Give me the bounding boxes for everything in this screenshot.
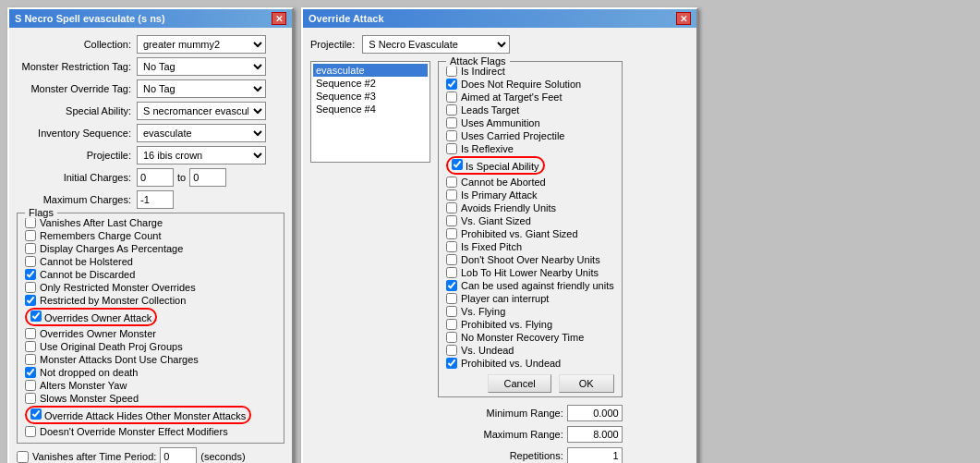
cb-vs-flying[interactable] <box>446 306 457 317</box>
cb-remembers-charge-count[interactable] <box>25 230 36 241</box>
cb-lob-to-hit-lower[interactable] <box>446 267 457 278</box>
cb-can-be-used-friendly[interactable] <box>446 280 457 291</box>
cb-cannot-be-aborted[interactable] <box>446 177 457 188</box>
cb-overrides-owner-monster[interactable] <box>25 328 36 339</box>
seq-item-evasculate[interactable]: evasculate <box>313 64 428 77</box>
cb-no-monster-recovery-time[interactable] <box>446 332 457 343</box>
cb-vanishes-after-last-charge[interactable] <box>25 217 36 228</box>
cb-display-charges-percentage[interactable] <box>25 243 36 254</box>
cb-slows-monster-speed[interactable] <box>25 393 36 404</box>
flag-use-original-death: Use Original Death Proj Groups <box>25 341 276 352</box>
flag-remembers-charge-count: Remembers Charge Count <box>25 230 276 241</box>
flag-cannot-be-holstered: Cannot be Holstered <box>25 256 276 267</box>
maximum-charges-row: Maximum Charges: <box>17 190 284 209</box>
numeric-fields: Minimum Range: Maximum Range: Repetition… <box>310 405 623 463</box>
inventory-sequence-row: Inventory Sequence: evasculate <box>17 124 284 142</box>
cb-only-restricted-monster[interactable] <box>25 282 36 293</box>
cb-cannot-be-holstered[interactable] <box>25 256 36 267</box>
flag-only-restricted-monster: Only Restricted Monster Overrides <box>25 282 276 293</box>
cb-aimed-at-targets-feet[interactable] <box>446 91 457 103</box>
repetitions-input[interactable] <box>567 447 623 463</box>
initial-charges-to[interactable] <box>189 168 226 187</box>
max-range-input[interactable] <box>567 426 623 443</box>
special-ability-select[interactable]: S necromancer evascula <box>137 102 266 120</box>
right-cancel-button[interactable]: Cancel <box>488 374 550 393</box>
min-range-row: Minimum Range: <box>310 405 623 421</box>
monster-override-row: Monster Override Tag: No Tag <box>17 79 284 98</box>
circle-overrides-owner-attack: Overrides Owner Attack <box>25 308 157 326</box>
maximum-charges-input[interactable] <box>137 190 174 209</box>
collection-select[interactable]: greater mummy2 <box>137 35 266 54</box>
initial-charges-row: Initial Charges: to <box>17 168 284 187</box>
left-close-button[interactable]: ✕ <box>272 12 286 25</box>
monster-override-label: Monster Override Tag: <box>17 83 137 94</box>
cb-vs-giant-sized[interactable] <box>446 215 457 226</box>
inventory-sequence-select[interactable]: evasculate <box>137 124 266 142</box>
cb-is-reflexive[interactable] <box>446 143 457 154</box>
lbl-vs-undead: Vs. Undead <box>461 345 514 356</box>
repetitions-label: Repetitions: <box>310 450 563 461</box>
af-vs-giant-sized: Vs. Giant Sized <box>446 215 614 226</box>
initial-charges-from[interactable] <box>137 168 174 187</box>
min-range-input[interactable] <box>567 405 623 421</box>
cb-restricted-by-monster-collection[interactable] <box>25 295 36 306</box>
cb-prohibited-vs-undead[interactable] <box>446 358 457 369</box>
flag-vanishes-after-last-charge: Vanishes After Last Charge <box>25 217 276 228</box>
cb-dont-shoot-over[interactable] <box>446 254 457 265</box>
cb-leads-target[interactable] <box>446 104 457 116</box>
projectile-select[interactable]: 16 ibis crown <box>137 146 266 164</box>
cb-vanishes-time-period[interactable] <box>17 451 29 463</box>
cb-is-special-ability[interactable] <box>452 159 463 170</box>
cb-is-indirect[interactable] <box>446 66 457 77</box>
af-prohibited-vs-undead: Prohibited vs. Undead <box>446 358 614 369</box>
cb-overrides-owner-attack[interactable] <box>30 311 42 322</box>
lbl-only-restricted-monster: Only Restricted Monster Overrides <box>40 282 196 293</box>
cb-uses-ammunition[interactable] <box>446 117 457 128</box>
vanishes-input[interactable] <box>160 447 197 463</box>
cb-alters-monster-yaw[interactable] <box>25 380 36 391</box>
monster-restriction-select[interactable]: No Tag <box>137 57 266 76</box>
seconds-label: (seconds) <box>200 451 245 462</box>
cb-use-original-death[interactable] <box>25 341 36 352</box>
seq-item-4[interactable]: Sequence #4 <box>313 103 428 116</box>
cb-avoids-friendly-units[interactable] <box>446 202 457 213</box>
right-main-content: evasculate Sequence #2 Sequence #3 Seque… <box>310 61 689 463</box>
cb-prohibited-vs-giant-sized[interactable] <box>446 228 457 239</box>
cb-player-can-interrupt[interactable] <box>446 293 457 304</box>
seq-item-3[interactable]: Sequence #3 <box>313 90 428 103</box>
monster-restriction-label: Monster Restriction Tag: <box>17 61 137 72</box>
cb-doesnt-override-monster[interactable] <box>25 426 36 437</box>
attack-flags-legend: Attack Flags <box>446 55 510 67</box>
flag-not-dropped-on-death: Not dropped on death <box>25 367 276 378</box>
cb-does-not-require-solution[interactable] <box>446 79 457 90</box>
monster-restriction-row: Monster Restriction Tag: No Tag <box>17 57 284 76</box>
lbl-doesnt-override-monster: Doesn't Override Monster Effect Modifier… <box>40 426 228 437</box>
cb-monster-attacks-dont[interactable] <box>25 354 36 365</box>
af-uses-ammunition: Uses Ammunition <box>446 117 614 128</box>
right-close-button[interactable]: ✕ <box>676 12 691 25</box>
seq-item-2[interactable]: Sequence #2 <box>313 77 428 90</box>
lbl-vs-flying: Vs. Flying <box>461 306 505 317</box>
right-ok-button[interactable]: OK <box>559 374 614 393</box>
cb-uses-carried-projectile[interactable] <box>446 130 457 141</box>
lbl-restricted-by-monster-collection: Restricted by Monster Collection <box>40 295 186 306</box>
circle-is-special-ability: Is Special Ability <box>446 156 545 175</box>
right-projectile-select[interactable]: S Necro Evasculate <box>362 35 510 54</box>
cb-is-primary-attack[interactable] <box>446 189 457 201</box>
collection-row: Collection: greater mummy2 <box>17 35 284 54</box>
cb-vs-undead[interactable] <box>446 345 457 356</box>
af-is-indirect: Is Indirect <box>446 66 614 77</box>
collection-label: Collection: <box>17 39 137 50</box>
flags-legend: Flags <box>25 207 57 218</box>
monster-override-select[interactable]: No Tag <box>137 79 266 98</box>
cb-cannot-be-discarded[interactable] <box>25 269 36 280</box>
af-aimed-at-targets-feet: Aimed at Target's Feet <box>446 91 614 103</box>
cb-prohibited-vs-flying[interactable] <box>446 319 457 330</box>
lbl-slows-monster-speed: Slows Monster Speed <box>40 393 139 404</box>
left-title-bar: S Necro Spell evasculate (s ns) ✕ <box>9 9 292 28</box>
vanishes-row: Vanishes after Time Period: (seconds) <box>17 447 284 463</box>
cb-override-attack-hides[interactable] <box>30 408 42 420</box>
cb-not-dropped-on-death[interactable] <box>25 367 36 378</box>
cb-is-fixed-pitch[interactable] <box>446 241 457 252</box>
sequences-list[interactable]: evasculate Sequence #2 Sequence #3 Seque… <box>310 61 430 163</box>
